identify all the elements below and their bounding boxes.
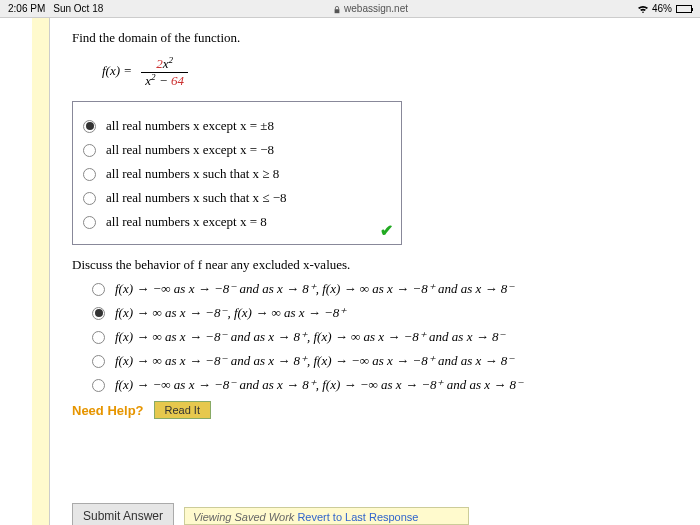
q2-options: f(x) → −∞ as x → −8⁻ and as x → 8⁺, f(x)… bbox=[72, 281, 670, 393]
q2-option-1[interactable]: f(x) → ∞ as x → −8⁻, f(x) → ∞ as x → −8⁺ bbox=[92, 305, 670, 321]
q2-option-4[interactable]: f(x) → −∞ as x → −8⁻ and as x → 8⁺, f(x)… bbox=[92, 377, 670, 393]
help-row: Need Help? Read It bbox=[72, 401, 670, 419]
radio-icon[interactable] bbox=[83, 216, 96, 229]
q1-options-box: all real numbers x except x = ±8 all rea… bbox=[72, 101, 402, 245]
option-label: f(x) → ∞ as x → −8⁻, f(x) → ∞ as x → −8⁺ bbox=[115, 305, 346, 321]
revert-link[interactable]: Revert to Last Response bbox=[297, 511, 418, 523]
q1-option-3[interactable]: all real numbers x such that x ≤ −8 bbox=[83, 190, 391, 206]
svg-point-1 bbox=[642, 11, 644, 13]
need-help-label: Need Help? bbox=[72, 403, 144, 418]
checkmark-icon: ✔ bbox=[380, 221, 393, 240]
option-label: all real numbers x except x = −8 bbox=[106, 142, 274, 158]
option-label: all real numbers x such that x ≤ −8 bbox=[106, 190, 287, 206]
fx-label: f(x) = bbox=[102, 63, 132, 78]
svg-rect-0 bbox=[335, 10, 340, 14]
status-time: 2:06 PM bbox=[8, 3, 45, 14]
q2-prompt: Discuss the behavior of f near any exclu… bbox=[72, 257, 670, 273]
radio-icon[interactable] bbox=[83, 120, 96, 133]
saved-work-notice: Viewing Saved Work Revert to Last Respon… bbox=[184, 507, 469, 525]
option-label: all real numbers x except x = ±8 bbox=[106, 118, 274, 134]
q2-option-2[interactable]: f(x) → ∞ as x → −8⁻ and as x → 8⁺, f(x) … bbox=[92, 329, 670, 345]
submit-answer-button[interactable]: Submit Answer bbox=[72, 503, 174, 525]
numerator: 2x2 bbox=[141, 56, 188, 73]
q2-option-3[interactable]: f(x) → ∞ as x → −8⁻ and as x → 8⁺, f(x) … bbox=[92, 353, 670, 369]
option-label: f(x) → ∞ as x → −8⁻ and as x → 8⁺, f(x) … bbox=[115, 353, 514, 369]
lock-icon bbox=[333, 5, 341, 13]
status-date: Sun Oct 18 bbox=[53, 3, 103, 14]
radio-icon[interactable] bbox=[92, 379, 105, 392]
option-label: all real numbers x such that x ≥ 8 bbox=[106, 166, 279, 182]
battery-icon bbox=[676, 5, 692, 13]
read-it-button[interactable]: Read It bbox=[154, 401, 211, 419]
q1-option-2[interactable]: all real numbers x such that x ≥ 8 bbox=[83, 166, 391, 182]
status-domain: webassign.net bbox=[344, 3, 408, 14]
radio-icon[interactable] bbox=[92, 283, 105, 296]
q1-option-1[interactable]: all real numbers x except x = −8 bbox=[83, 142, 391, 158]
status-url: webassign.net bbox=[103, 3, 638, 14]
radio-icon[interactable] bbox=[83, 144, 96, 157]
option-label: f(x) → −∞ as x → −8⁻ and as x → 8⁺, f(x)… bbox=[115, 281, 514, 297]
option-label: f(x) → ∞ as x → −8⁻ and as x → 8⁺, f(x) … bbox=[115, 329, 505, 345]
status-bar: 2:06 PM Sun Oct 18 webassign.net 46% bbox=[0, 0, 700, 18]
radio-icon[interactable] bbox=[92, 307, 105, 320]
option-label: f(x) → −∞ as x → −8⁻ and as x → 8⁺, f(x)… bbox=[115, 377, 523, 393]
radio-icon[interactable] bbox=[83, 192, 96, 205]
battery-percent: 46% bbox=[652, 3, 672, 14]
left-margin-strip bbox=[32, 18, 50, 525]
radio-icon[interactable] bbox=[83, 168, 96, 181]
q2-option-0[interactable]: f(x) → −∞ as x → −8⁻ and as x → 8⁺, f(x)… bbox=[92, 281, 670, 297]
option-label: all real numbers x except x = 8 bbox=[106, 214, 267, 230]
denominator: x2 − 64 bbox=[141, 73, 188, 89]
radio-icon[interactable] bbox=[92, 331, 105, 344]
q1-option-0[interactable]: all real numbers x except x = ±8 bbox=[83, 118, 391, 134]
function-definition: f(x) = 2x2 x2 − 64 bbox=[102, 56, 670, 89]
radio-icon[interactable] bbox=[92, 355, 105, 368]
q1-option-4[interactable]: all real numbers x except x = 8 bbox=[83, 214, 391, 230]
q1-prompt: Find the domain of the function. bbox=[72, 30, 670, 46]
footer: Submit Answer Viewing Saved Work Revert … bbox=[72, 503, 469, 525]
wifi-icon bbox=[638, 5, 648, 13]
